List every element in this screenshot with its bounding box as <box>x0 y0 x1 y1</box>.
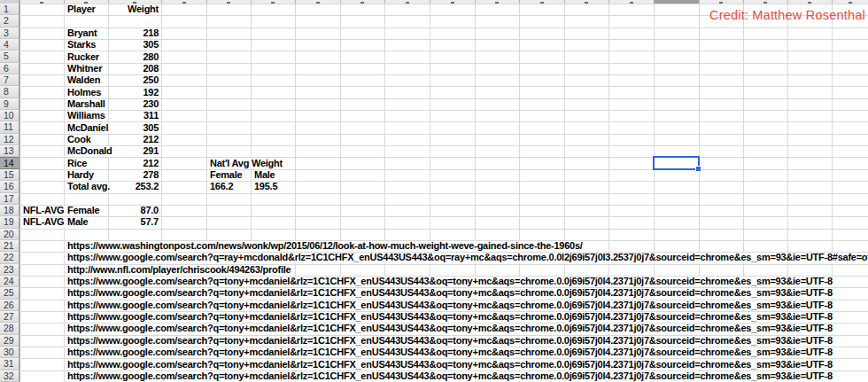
select-all-corner[interactable] <box>0 0 19 4</box>
column-letter-mark <box>763 2 767 4</box>
cell-B18[interactable]: Female <box>66 206 100 216</box>
cell-B23[interactable]: http://www.nfl.com/player/chriscook/4942… <box>66 265 291 276</box>
column-header-tick <box>564 0 565 4</box>
cell-C12[interactable]: 212 <box>142 135 159 145</box>
row-header-31[interactable]: 31 <box>0 358 19 370</box>
row-header-26[interactable]: 26 <box>0 300 19 311</box>
row-header-27[interactable]: 27 <box>0 311 19 323</box>
cell-C11[interactable]: 305 <box>142 123 159 134</box>
fill-handle[interactable] <box>695 166 701 172</box>
cell-B19[interactable]: Male <box>66 217 89 228</box>
row-header-14[interactable]: 14 <box>0 157 19 168</box>
cell-B28[interactable]: https://www.google.com/search?q=tony+mcd… <box>66 324 833 334</box>
cell-C9[interactable]: 230 <box>142 99 159 110</box>
row-header-25[interactable]: 25 <box>0 287 19 299</box>
row-header-3[interactable]: 3 <box>0 27 19 39</box>
gridline <box>0 157 868 158</box>
column-letter-mark <box>540 2 544 4</box>
cell-B27[interactable]: https://www.google.com/search?q=tony+mcd… <box>66 312 833 323</box>
row-header-22[interactable]: 22 <box>0 252 19 263</box>
cell-B31[interactable]: https://www.google.com/search?q=tony+mcd… <box>66 360 833 370</box>
column-header-tick <box>340 0 341 4</box>
cell-B4[interactable]: Starks <box>66 40 97 51</box>
row-header-23[interactable]: 23 <box>0 264 19 276</box>
cell-E15[interactable]: Female <box>209 170 243 181</box>
cell-B21[interactable]: https://www.washingtonpost.com/news/wonk… <box>66 241 584 252</box>
row-header-16[interactable]: 16 <box>0 181 19 192</box>
cell-C6[interactable]: 208 <box>142 64 159 74</box>
cell-C4[interactable]: 305 <box>142 40 159 51</box>
cell-A18[interactable]: NFL-AVG <box>22 206 65 216</box>
row-header-6[interactable]: 6 <box>0 63 19 74</box>
cell-B7[interactable]: Walden <box>66 75 101 86</box>
cell-F15[interactable]: Male <box>253 170 275 181</box>
cell-C7[interactable]: 250 <box>142 75 159 86</box>
cell-B13[interactable]: McDonald <box>66 146 113 157</box>
cell-E16[interactable]: 166.2 <box>209 182 234 192</box>
row-header-28[interactable]: 28 <box>0 323 19 334</box>
cell-C5[interactable]: 280 <box>142 52 159 63</box>
cell-B12[interactable]: Cook <box>66 135 92 145</box>
cell-B30[interactable]: https://www.google.com/search?q=tony+mcd… <box>66 347 833 358</box>
cell-B25[interactable]: https://www.google.com/search?q=tony+mcd… <box>66 288 833 299</box>
cell-B9[interactable]: Marshall <box>66 99 106 110</box>
cell-C16[interactable]: 253.2 <box>135 182 159 192</box>
cell-F16[interactable]: 195.5 <box>253 182 278 192</box>
row-header-19[interactable]: 19 <box>0 216 19 228</box>
cell-C10[interactable]: 311 <box>143 111 159 121</box>
row-header-10[interactable]: 10 <box>0 110 19 121</box>
cell-B8[interactable]: Holmes <box>66 88 102 98</box>
row-header-32[interactable]: 32 <box>0 370 19 382</box>
row-header-21[interactable]: 21 <box>0 240 19 252</box>
cell-B14[interactable]: Rice <box>66 159 88 169</box>
cell-C13[interactable]: 291 <box>142 146 159 157</box>
row-header-20[interactable]: 20 <box>0 229 19 240</box>
row-header-5[interactable]: 5 <box>0 51 19 62</box>
column-letter-mark <box>406 2 409 4</box>
cell-B3[interactable]: Bryant <box>66 28 97 39</box>
cell-B5[interactable]: Rucker <box>66 52 100 63</box>
cell-B26[interactable]: https://www.google.com/search?q=tony+mcd… <box>66 300 833 311</box>
selected-cell[interactable] <box>653 156 700 169</box>
cell-B1[interactable]: Player <box>66 4 97 15</box>
row-header-1[interactable]: 1 <box>0 4 19 15</box>
cell-C3[interactable]: 218 <box>142 28 159 39</box>
column-header-tick <box>743 0 744 4</box>
cell-C1[interactable]: Weight <box>127 4 159 15</box>
cell-B22[interactable]: https://www.google.com/search?q=ray+mcdo… <box>66 253 868 263</box>
gridline <box>0 27 868 28</box>
gridline <box>0 86 868 87</box>
cell-B10[interactable]: Williams <box>66 111 106 121</box>
column-header-tick <box>64 0 65 4</box>
row-header-8[interactable]: 8 <box>0 86 19 97</box>
row-header-29[interactable]: 29 <box>0 335 19 347</box>
cell-B24[interactable]: https://www.google.com/search?q=tony+mcd… <box>66 277 833 287</box>
cell-B29[interactable]: https://www.google.com/search?q=tony+mcd… <box>66 336 833 347</box>
row-header-15[interactable]: 15 <box>0 169 19 181</box>
cell-B32[interactable]: https://www.google.com/search?q=tony+mcd… <box>66 371 833 382</box>
row-header-9[interactable]: 9 <box>0 98 19 110</box>
row-header-18[interactable]: 18 <box>0 205 19 216</box>
cell-C14[interactable]: 212 <box>142 159 159 169</box>
cell-C18[interactable]: 87.0 <box>140 206 159 216</box>
row-header-24[interactable]: 24 <box>0 276 19 287</box>
row-header-11[interactable]: 11 <box>0 121 19 133</box>
cell-B16[interactable]: Total avg. <box>66 182 111 192</box>
cell-E14[interactable]: Nat'l Avg Weight <box>209 159 283 169</box>
cell-C15[interactable]: 278 <box>142 170 159 181</box>
row-header-17[interactable]: 17 <box>0 193 19 205</box>
cell-B6[interactable]: Whitner <box>66 64 103 74</box>
row-header-13[interactable]: 13 <box>0 145 19 157</box>
cell-B15[interactable]: Hardy <box>66 170 95 181</box>
row-header-30[interactable]: 30 <box>0 347 19 358</box>
gridline <box>0 121 868 122</box>
row-header-7[interactable]: 7 <box>0 74 19 86</box>
cell-C8[interactable]: 192 <box>142 88 159 98</box>
cell-A19[interactable]: NFL-AVG <box>22 217 65 228</box>
gridline <box>0 51 868 51</box>
cell-C19[interactable]: 57.7 <box>140 217 159 228</box>
row-header-4[interactable]: 4 <box>0 39 19 51</box>
cell-B11[interactable]: McDaniel <box>66 123 109 134</box>
row-header-2[interactable]: 2 <box>0 15 19 27</box>
row-header-12[interactable]: 12 <box>0 134 19 145</box>
